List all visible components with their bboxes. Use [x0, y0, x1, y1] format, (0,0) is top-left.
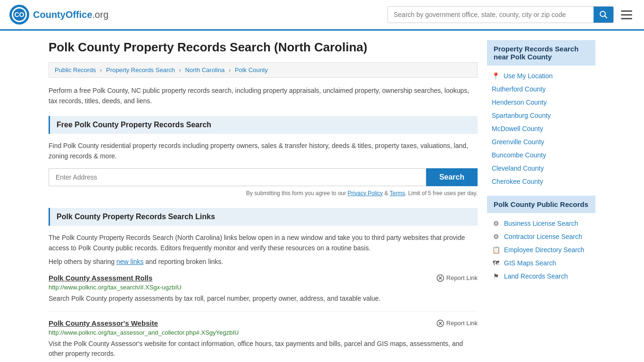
- form-notice: By submitting this form you agree to our…: [49, 190, 478, 197]
- report-link-button-2[interactable]: Report Link: [437, 320, 478, 327]
- links-heading: Polk County Property Records Search Link…: [49, 208, 478, 226]
- report-icon-1: [437, 274, 444, 282]
- breadcrumb-sep-2: ›: [179, 66, 181, 74]
- employee-directory-icon: 📋: [492, 246, 500, 254]
- share-text-post: and reporting broken links.: [144, 258, 223, 265]
- logo-icon: CO: [9, 5, 29, 25]
- breadcrumb-polk-county[interactable]: Polk County: [235, 66, 268, 74]
- sidebar-henderson-county[interactable]: Henderson County: [487, 96, 595, 109]
- sidebar-rutherford-county[interactable]: Rutherford County: [487, 82, 595, 96]
- free-search-section: Free Polk County Property Records Search…: [49, 116, 478, 197]
- land-records-icon: ⚑: [492, 272, 500, 280]
- page-title: Polk County Property Records Search (Nor…: [49, 40, 478, 55]
- record-link-url-2: http://www.polknc.org/tax_assessor_and_c…: [49, 329, 478, 336]
- location-icon: 📍: [492, 72, 500, 80]
- record-link-item-2: Polk County Assessor's Website Report Li…: [49, 319, 478, 362]
- land-records-link[interactable]: Land Records Search: [504, 272, 568, 280]
- breadcrumb-north-carolina[interactable]: North Carolina: [185, 66, 225, 74]
- free-search-description: Find Polk County residential property re…: [49, 140, 478, 162]
- cherokee-county-link[interactable]: Cherokee County: [492, 178, 543, 185]
- header-search-bar: [388, 6, 614, 23]
- cleveland-county-link[interactable]: Cleveland County: [492, 165, 544, 172]
- mcdowell-county-link[interactable]: McDowell County: [492, 125, 543, 132]
- breadcrumb-sep-1: ›: [100, 66, 102, 74]
- sidebar-business-license[interactable]: ⚙ Business License Search: [487, 217, 595, 230]
- privacy-policy-link[interactable]: Privacy Policy: [347, 190, 383, 197]
- hamburger-line-1: [621, 10, 632, 12]
- logo-text: CountyOffice.org: [33, 9, 108, 20]
- record-link-title-1[interactable]: Polk County Assessment Rolls: [49, 274, 152, 282]
- report-icon-2: [437, 320, 444, 327]
- form-notice-amp: &: [383, 190, 389, 197]
- search-button[interactable]: Search: [426, 168, 478, 186]
- sidebar-public-records-section: Polk County Public Records ⚙ Business Li…: [487, 196, 595, 283]
- main-container: Polk County Property Records Search (Nor…: [39, 31, 605, 362]
- breadcrumb-public-records[interactable]: Public Records: [55, 66, 96, 74]
- record-link-desc-2: Visit the Polk County Assessor's website…: [49, 339, 478, 359]
- header: CO CountyOffice.org: [0, 0, 644, 31]
- header-search-button[interactable]: [594, 7, 613, 23]
- address-input[interactable]: [49, 168, 426, 186]
- share-text-pre: Help others by sharing: [49, 258, 116, 265]
- sidebar-buncombe-county[interactable]: Buncombe County: [487, 148, 595, 162]
- breadcrumb: Public Records › Property Records Search…: [49, 62, 478, 78]
- sidebar: Property Records Search near Polk County…: [487, 40, 595, 362]
- search-icon: [599, 10, 608, 19]
- breadcrumb-sep-3: ›: [229, 66, 231, 74]
- sidebar-gis-maps[interactable]: 🗺 GIS Maps Search: [487, 256, 595, 270]
- henderson-county-link[interactable]: Henderson County: [492, 99, 547, 106]
- header-search-input[interactable]: [388, 7, 594, 22]
- breadcrumb-property-records-search[interactable]: Property Records Search: [106, 66, 175, 74]
- sidebar-greenville-county[interactable]: Greenville County: [487, 135, 595, 148]
- rutherford-county-link[interactable]: Rutherford County: [492, 85, 545, 93]
- hamburger-menu-button[interactable]: [619, 8, 635, 22]
- share-links: Help others by sharing new links and rep…: [49, 258, 478, 265]
- spartanburg-county-link[interactable]: Spartanburg County: [492, 112, 551, 119]
- sidebar-employee-directory[interactable]: 📋 Employee Directory Search: [487, 243, 595, 256]
- contractor-license-icon: ⚙: [492, 233, 500, 240]
- record-link-header-2: Polk County Assessor's Website Report Li…: [49, 319, 478, 327]
- record-link-header-1: Polk County Assessment Rolls Report Link: [49, 274, 478, 282]
- sidebar-mcdowell-county[interactable]: McDowell County: [487, 122, 595, 135]
- sidebar-cleveland-county[interactable]: Cleveland County: [487, 162, 595, 175]
- contractor-license-link[interactable]: Contractor License Search: [504, 233, 582, 240]
- record-link-item-1: Polk County Assessment Rolls Report Link…: [49, 274, 478, 312]
- svg-text:CO: CO: [15, 11, 25, 18]
- record-link-title-2[interactable]: Polk County Assessor's Website: [49, 319, 158, 327]
- use-my-location-link[interactable]: Use My Location: [504, 72, 553, 80]
- header-right: [388, 6, 635, 23]
- links-section: Polk County Property Records Search Link…: [49, 208, 478, 362]
- content-area: Polk County Property Records Search (Nor…: [49, 40, 478, 362]
- address-form: Search: [49, 168, 478, 186]
- sidebar-cherokee-county[interactable]: Cherokee County: [487, 175, 595, 188]
- sidebar-use-my-location[interactable]: 📍 Use My Location: [487, 69, 595, 82]
- page-description: Perform a free Polk County, NC public pr…: [49, 85, 478, 107]
- logo-area: CO CountyOffice.org: [9, 5, 108, 25]
- links-description: The Polk County Property Records Search …: [49, 232, 478, 254]
- form-notice-post: . Limit of 5 free uses per day.: [405, 190, 478, 197]
- new-links-link[interactable]: new links: [116, 258, 144, 265]
- record-link-desc-1: Search Polk County property assessments …: [49, 294, 478, 304]
- greenville-county-link[interactable]: Greenville County: [492, 138, 544, 146]
- report-link-button-1[interactable]: Report Link: [437, 274, 478, 282]
- terms-link[interactable]: Terms: [389, 190, 405, 197]
- sidebar-spartanburg-county[interactable]: Spartanburg County: [487, 109, 595, 122]
- buncombe-county-link[interactable]: Buncombe County: [492, 151, 546, 159]
- business-license-link[interactable]: Business License Search: [504, 220, 578, 227]
- sidebar-contractor-license[interactable]: ⚙ Contractor License Search: [487, 230, 595, 243]
- svg-line-5: [605, 16, 607, 18]
- gis-maps-icon: 🗺: [492, 259, 500, 267]
- employee-directory-link[interactable]: Employee Directory Search: [504, 246, 584, 254]
- free-search-heading: Free Polk County Property Records Search: [49, 116, 478, 134]
- sidebar-nearby-heading: Property Records Search near Polk County: [487, 40, 595, 66]
- hamburger-line-2: [621, 14, 632, 16]
- business-license-icon: ⚙: [492, 220, 500, 227]
- form-notice-pre: By submitting this form you agree to our: [246, 190, 347, 197]
- report-link-label-2: Report Link: [446, 320, 478, 327]
- report-link-label-1: Report Link: [446, 274, 478, 281]
- sidebar-public-records-heading: Polk County Public Records: [487, 196, 595, 213]
- hamburger-line-3: [621, 18, 632, 19]
- gis-maps-link[interactable]: GIS Maps Search: [504, 259, 556, 267]
- sidebar-land-records[interactable]: ⚑ Land Records Search: [487, 270, 595, 283]
- record-link-url-1: http://www.polknc.org/tax_search/#.XSgx-…: [49, 284, 478, 291]
